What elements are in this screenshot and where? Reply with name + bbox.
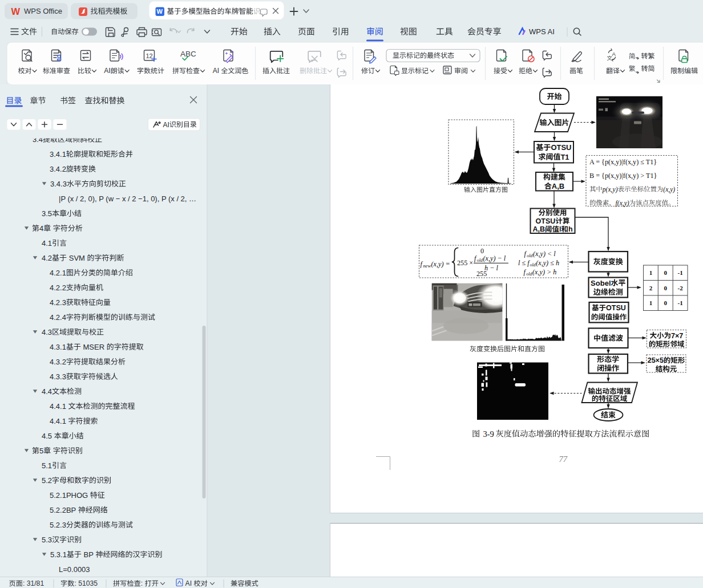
svg-text:old: old — [477, 258, 483, 263]
svg-text:5.1: 5.1 — [42, 461, 52, 470]
svg-text:12: 12 — [146, 52, 153, 59]
svg-text:255 ×: 255 × — [457, 259, 473, 267]
svg-text:(x,y) > h: (x,y) > h — [532, 268, 556, 276]
svg-text:4.3.2: 4.3.2 — [50, 358, 66, 366]
svg-text:p(x,y): p(x,y) — [602, 186, 618, 193]
svg-text:ABC: ABC — [180, 50, 196, 58]
svg-text:0: 0 — [664, 285, 668, 291]
svg-text:WPS Office: WPS Office — [24, 7, 62, 15]
svg-text:3.4.1: 3.4.1 — [50, 150, 66, 159]
svg-text:A,B: A,B — [532, 225, 545, 233]
svg-text:T1: T1 — [560, 153, 569, 161]
svg-text:4.2.1: 4.2.1 — [50, 269, 66, 277]
svg-text:4: 4 — [39, 224, 43, 233]
svg-text::: : — [141, 579, 145, 587]
svg-text:A = {p(x,y)|f(x,y) ≤ T1}: A = {p(x,y)|f(x,y) ≤ T1} — [589, 158, 657, 166]
svg-text:old: old — [530, 262, 536, 267]
svg-text:AI: AI — [163, 121, 169, 129]
svg-text:2: 2 — [649, 285, 653, 291]
svg-text:old: old — [527, 253, 533, 258]
svg-text:5.2.3: 5.2.3 — [50, 521, 66, 529]
svg-text:3.4.3: 3.4.3 — [50, 180, 67, 188]
svg-text:Sobel: Sobel — [591, 279, 611, 287]
svg-text:SVM: SVM — [67, 254, 87, 262]
svg-text:5.3.1: 5.3.1 — [50, 550, 67, 559]
svg-text:BP: BP — [82, 550, 95, 559]
svg-text:W: W — [11, 6, 21, 17]
svg-text:L=0.0003: L=0.0003 — [59, 565, 90, 574]
svg-text:4.3.3: 4.3.3 — [50, 372, 66, 381]
svg-text:4.2.4: 4.2.4 — [50, 313, 66, 322]
svg-text:5.2.1PHOG: 5.2.1PHOG — [50, 491, 90, 500]
svg-text:0: 0 — [664, 269, 668, 276]
svg-text:-1: -1 — [678, 269, 683, 276]
svg-text:4.4.1: 4.4.1 — [50, 402, 68, 411]
svg-text:B = {p(x,y)|f(x,y) > T1}: B = {p(x,y)|f(x,y) > T1} — [589, 172, 657, 180]
svg-text:4.4: 4.4 — [42, 387, 52, 396]
svg-text:1: 1 — [649, 269, 653, 276]
svg-text:25×5: 25×5 — [648, 356, 664, 364]
svg-text:(x,y) ≤ h: (x,y) ≤ h — [536, 259, 559, 267]
svg-text:W: W — [157, 8, 163, 15]
svg-text:OTSU: OTSU — [551, 143, 571, 152]
svg-text:(x,y) − l: (x,y) − l — [483, 254, 506, 262]
svg-text:255: 255 — [476, 270, 487, 278]
svg-text:l: l — [559, 225, 561, 233]
svg-text:A: A — [612, 51, 616, 57]
svg-text:4.2.3: 4.2.3 — [50, 298, 66, 307]
svg-text:1: 1 — [649, 299, 653, 306]
svg-text:7×7: 7×7 — [671, 332, 683, 340]
svg-text:0: 0 — [664, 299, 668, 306]
svg-text:OTSU: OTSU — [536, 217, 556, 225]
svg-text:h: h — [568, 225, 573, 233]
svg-text:: 51035: : 51035 — [74, 579, 98, 587]
svg-text:A,B: A,B — [552, 182, 564, 190]
svg-text:AI: AI — [104, 67, 110, 75]
svg-text:OTSU: OTSU — [606, 304, 626, 312]
svg-text:(x,y): (x,y) — [663, 186, 675, 193]
svg-text:old: old — [526, 271, 532, 277]
svg-text:5: 5 — [39, 447, 43, 455]
svg-text:4.4.1: 4.4.1 — [50, 417, 68, 425]
svg-text:4.5: 4.5 — [42, 432, 54, 440]
svg-text:3.5: 3.5 — [42, 209, 52, 218]
svg-text:4.3.1: 4.3.1 — [50, 343, 66, 351]
svg-text:|P (x / 2, 0), P (w − x / 2 −1: |P (x / 2, 0), P (w − x / 2 −1, 0), P (x… — [59, 194, 196, 203]
svg-text:MSER: MSER — [81, 343, 107, 351]
svg-text:-1: -1 — [678, 299, 683, 306]
svg-text:l ≤ f: l ≤ f — [518, 259, 530, 267]
svg-text:: 31/81: : 31/81 — [23, 579, 44, 587]
svg-text:AI: AI — [185, 579, 194, 587]
svg-text:5.3: 5.3 — [42, 536, 52, 544]
svg-text:4.1: 4.1 — [42, 239, 52, 248]
svg-text:f(x,y): f(x,y) — [616, 200, 629, 207]
svg-text:5.2.2BP: 5.2.2BP — [50, 506, 78, 514]
svg-text:(x,y) < l: (x,y) < l — [533, 250, 556, 258]
svg-text:AI: AI — [213, 67, 221, 75]
svg-text:-2: -2 — [678, 285, 684, 291]
svg-text:3-9: 3-9 — [483, 429, 494, 439]
svg-text:4.3: 4.3 — [42, 328, 52, 336]
svg-text:0: 0 — [480, 247, 484, 255]
svg-text:new: new — [423, 263, 431, 269]
svg-text:5.2: 5.2 — [42, 476, 52, 485]
svg-text:WPS AI: WPS AI — [529, 27, 555, 36]
svg-text:4.2: 4.2 — [42, 254, 52, 262]
svg-text:4.2.2: 4.2.2 — [50, 283, 66, 292]
svg-text:(x,y) =: (x,y) = — [431, 260, 452, 268]
svg-text:3.4.2: 3.4.2 — [50, 165, 66, 173]
svg-text:77: 77 — [559, 455, 568, 464]
